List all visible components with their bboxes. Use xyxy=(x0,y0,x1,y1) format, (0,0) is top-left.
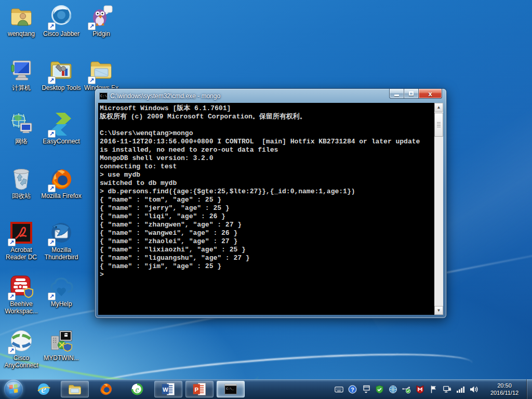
console-line: { "name" : "wangwei", "age" : 26 } xyxy=(100,229,433,237)
desktop-icon-recycle-bin[interactable]: 回收站 xyxy=(1,166,42,200)
console-line: connecting to: test xyxy=(100,163,433,171)
console-line: C:\Users\wenqtang>mongo xyxy=(100,129,433,138)
desktop-icon-mozilla-firefox[interactable]: ↗Mozilla Firefox xyxy=(41,166,82,200)
firefox-icon xyxy=(99,382,113,396)
desktop-icon-beehive[interactable]: ↗Beehive Workspac... xyxy=(1,274,42,315)
powerpoint-icon: P xyxy=(192,382,207,396)
usb-eject-icon[interactable] xyxy=(401,384,411,394)
taskbar-item-cmd[interactable]: C:\_ xyxy=(217,381,245,397)
shortcut-arrow-icon: ↗ xyxy=(8,292,16,300)
desktop-icon-label: Acrobat Reader DC xyxy=(1,246,42,261)
mcafee-icon[interactable] xyxy=(415,384,425,394)
console-line: { "name" : "jerry", "age" : 25 } xyxy=(100,204,433,212)
minimize-button[interactable] xyxy=(389,89,404,99)
cmd-window: C:\. C:\windows\system32\cmd.exe - mongo… xyxy=(95,89,446,318)
desktop-icon-windows-explorer[interactable]: ↗Windows Ex xyxy=(81,58,122,91)
desktop-icon-label: 回收站 xyxy=(1,192,42,200)
scroll-up-button[interactable]: ▲ xyxy=(434,103,443,112)
svg-text:e: e xyxy=(136,385,139,394)
desktop-icon-label: Desktop Tools xyxy=(41,84,82,91)
taskbar-item-firefox[interactable] xyxy=(92,381,120,397)
desktop-icon-label: Mozilla Firefox xyxy=(41,192,82,200)
taskbar-clock[interactable]: 20:50 2016/11/12 xyxy=(485,382,524,396)
myhelp-icon: ↗ xyxy=(49,274,74,299)
taskbar-item-windows-explorer[interactable] xyxy=(61,381,89,397)
cmd-window-icon: C:\. xyxy=(99,92,108,100)
volume-icon[interactable] xyxy=(469,384,479,394)
input-keyboard-icon[interactable] xyxy=(334,384,344,394)
security-shield-icon[interactable] xyxy=(374,384,384,394)
console-line: MongoDB shell version: 3.2.0 xyxy=(100,154,433,163)
clock-date: 2016/11/12 xyxy=(485,389,524,396)
start-button[interactable] xyxy=(4,380,23,398)
console-line: { "name" : "liguangshu", "age" : 27 } xyxy=(100,254,433,262)
console-line: { "name" : "lixiaozhi", "age" : 25 } xyxy=(100,246,433,254)
maximize-button[interactable] xyxy=(404,89,419,99)
desktop-icon-network[interactable]: 网络 xyxy=(1,112,42,145)
desktop-icon-wenqtang[interactable]: wenqtang xyxy=(1,4,42,37)
desktop-icon-label: MYDTWIN... xyxy=(41,354,82,362)
desktop-icon-label: 计算机 xyxy=(1,84,42,91)
desktop-icon-label: MyHelp xyxy=(41,300,82,308)
desktop-icon-pidgin[interactable]: ↗Pidgin xyxy=(81,4,122,37)
desktop-icon-easyconnect[interactable]: ↗EasyConnect xyxy=(41,112,82,145)
taskbar-item-powerpoint[interactable]: P xyxy=(185,381,214,397)
signal-strength-icon[interactable] xyxy=(455,384,466,394)
shortcut-arrow-icon: ↗ xyxy=(88,22,96,30)
show-desktop-button[interactable] xyxy=(526,379,532,399)
window-controls: x xyxy=(389,89,442,99)
scroll-down-button[interactable]: ▼ xyxy=(434,306,443,315)
windows7-desktop: wenqtang↗Cisco Jabber↗Pidgin计算机↗Desktop … xyxy=(0,0,532,399)
shortcut-arrow-icon: ↗ xyxy=(48,22,56,30)
desktop-icon-thunderbird[interactable]: ↗Mozilla Thunderbird xyxy=(41,220,82,261)
network-connection-icon[interactable] xyxy=(442,384,452,394)
console-line: > use mydb xyxy=(100,171,433,179)
console-line: switched to db mydb xyxy=(100,179,433,188)
cisco-jabber-icon: ↗ xyxy=(49,4,74,29)
help-icon[interactable]: ? xyxy=(347,384,357,394)
close-button[interactable]: x xyxy=(419,89,442,99)
desktop-icon-mydtwin[interactable]: MYDTWIN... xyxy=(41,328,82,362)
desktop-icon-cisco-anyconnect[interactable]: ↗Cisco AnyConnect xyxy=(1,328,42,369)
desktop-icon-desktop-tools[interactable]: ↗Desktop Tools xyxy=(41,58,82,91)
scrollbar-thumb[interactable] xyxy=(434,113,443,137)
svg-text:?: ? xyxy=(351,386,354,392)
show-hidden-icons-icon[interactable] xyxy=(361,384,371,394)
svg-text:C:\_: C:\_ xyxy=(226,387,234,391)
desktop-icon-label: EasyConnect xyxy=(41,138,82,145)
console-line: > db.persons.find({age:{$gte:25,$lte:27}… xyxy=(100,188,433,196)
network-globe-icon[interactable] xyxy=(388,384,398,394)
easyconnect-icon: ↗ xyxy=(49,112,74,137)
taskbar-item-green-browser[interactable]: e xyxy=(123,381,151,397)
windows-explorer-icon: ↗ xyxy=(89,58,114,83)
desktop-icon-acrobat-reader[interactable]: ↗Acrobat Reader DC xyxy=(1,220,42,261)
console-line: > xyxy=(100,271,433,279)
desktop-icon-cisco-jabber[interactable]: ↗Cisco Jabber xyxy=(41,4,82,37)
console-line: { "name" : "jim", "age" : 25 } xyxy=(100,262,433,271)
clock-time: 20:50 xyxy=(485,382,524,389)
console-line: { "name" : "tom", "age" : 25 } xyxy=(100,196,433,204)
console-area[interactable]: Microsoft Windows [版本 6.1.7601]版权所有 (c) … xyxy=(98,103,443,315)
action-center-flag-icon[interactable] xyxy=(428,384,438,394)
desktop-icon-myhelp[interactable]: ↗MyHelp xyxy=(41,274,82,308)
taskbar-items: eeWPC:\_ xyxy=(28,381,246,397)
console-scrollbar[interactable]: ▲ ▼ xyxy=(434,103,443,315)
shortcut-arrow-icon: ↗ xyxy=(48,76,56,84)
console-output: Microsoft Windows [版本 6.1.7601]版权所有 (c) … xyxy=(100,104,433,315)
desktop-icon-computer[interactable]: 计算机 xyxy=(1,58,42,91)
beehive-icon: ↗ xyxy=(9,274,34,299)
desktop-icon-label: Mozilla Thunderbird xyxy=(41,246,82,261)
console-line xyxy=(100,121,433,129)
shortcut-arrow-icon: ↗ xyxy=(48,238,56,246)
desktop-icon-label: 网络 xyxy=(1,138,42,145)
taskbar-item-word[interactable]: W xyxy=(154,381,182,397)
shortcut-arrow-icon: ↗ xyxy=(48,184,56,192)
windows-explorer-icon xyxy=(68,382,82,396)
minimize-icon xyxy=(394,95,399,96)
network-icon xyxy=(9,112,34,137)
taskbar-item-internet-explorer[interactable]: e xyxy=(30,381,58,397)
internet-explorer-icon: e xyxy=(36,382,51,396)
desktop-icon-label: Cisco Jabber xyxy=(41,30,82,37)
system-tray: ? 20:50 2016/11/12 xyxy=(332,379,532,399)
window-titlebar[interactable]: C:\. C:\windows\system32\cmd.exe - mongo… xyxy=(95,89,446,103)
